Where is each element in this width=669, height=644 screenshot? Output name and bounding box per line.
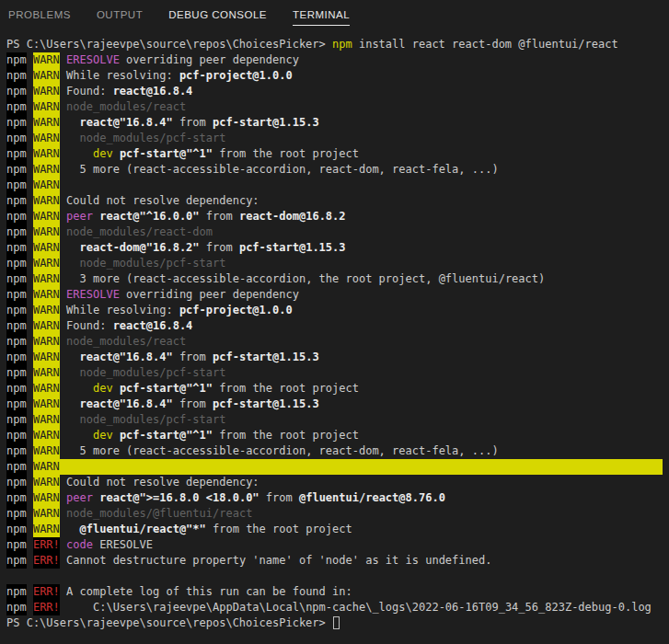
terminal-line: npm WARN dev pcf-start@"^1" from the roo…	[6, 381, 669, 397]
npm-badge: npm	[6, 178, 27, 193]
warn-badge: WARN	[33, 52, 60, 68]
terminal-line: npm ERR! code ERESOLVE	[6, 537, 669, 553]
warn-badge: WARN	[33, 256, 60, 271]
npm-badge: npm	[6, 350, 27, 365]
text-segment	[66, 428, 93, 443]
badge-gap	[27, 443, 33, 459]
warn-badge: WARN	[33, 365, 60, 381]
terminal-line: npm WARN ERESOLVE overriding peer depend…	[6, 287, 669, 303]
badge-gap	[60, 256, 66, 271]
badge-gap	[27, 146, 33, 162]
terminal-line: npm WARN node_modules/react-dom	[6, 224, 669, 240]
npm-badge: npm	[6, 443, 27, 459]
badge-gap	[27, 240, 33, 256]
badge-gap	[60, 522, 66, 537]
text-segment: 5 more (react-accessible-accordion, reac…	[66, 162, 499, 178]
text-segment: pcf-project@1.0.0	[179, 68, 293, 84]
badge-gap	[27, 506, 33, 522]
text-segment: pcf-start@"^1"	[120, 381, 213, 397]
text-segment: overriding peer dependency	[120, 52, 299, 68]
npm-badge: npm	[6, 475, 27, 490]
badge-gap	[60, 84, 66, 99]
terminal-line: npm WARN react@"16.8.4" from pcf-start@1…	[6, 115, 669, 131]
badge-gap	[60, 381, 66, 397]
text-segment	[113, 381, 120, 397]
badge-gap	[60, 350, 66, 365]
text-segment: Could not resolve dependency:	[66, 475, 260, 490]
npm-badge: npm	[6, 459, 27, 475]
badge-gap	[27, 553, 33, 569]
tab-debug-console[interactable]: DEBUG CONSOLE	[168, 9, 267, 26]
text-segment: ERESOLVE	[66, 287, 120, 303]
warn-badge: WARN	[33, 84, 60, 99]
badge-gap	[60, 584, 66, 600]
badge-gap	[60, 193, 66, 209]
npm-badge: npm	[6, 99, 27, 115]
warn-badge: WARN	[33, 209, 60, 224]
npm-badge: npm	[6, 193, 27, 209]
badge-gap	[27, 115, 33, 131]
terminal-line: npm WARN Found: react@16.8.4	[6, 84, 669, 99]
badge-gap	[60, 537, 66, 553]
npm-badge: npm	[6, 537, 27, 553]
terminal-line-prompt	[6, 569, 669, 584]
badge-gap	[27, 334, 33, 350]
tab-problems[interactable]: PROBLEMS	[8, 9, 71, 26]
terminal-output[interactable]: PS C:\Users\rajeevpe\source\repos\Choice…	[0, 33, 669, 631]
text-segment	[113, 146, 120, 162]
badge-gap	[60, 475, 66, 490]
badge-gap	[27, 193, 33, 209]
text-segment: react@16.8.4	[113, 318, 193, 334]
badge-gap	[27, 303, 33, 318]
terminal-line: npm WARN node_modules/pcf-start	[6, 365, 669, 381]
text-segment: from	[200, 240, 239, 256]
badge-gap	[27, 99, 33, 115]
text-segment: Found:	[66, 84, 113, 99]
tab-terminal[interactable]: TERMINAL	[293, 9, 350, 26]
badge-gap	[27, 584, 33, 600]
warn-badge: WARN	[33, 506, 60, 522]
text-segment: While resolving:	[66, 68, 179, 84]
npm-badge: npm	[6, 522, 27, 537]
text-segment: ERESOLVE	[66, 52, 120, 68]
text-segment: react-dom@16.8.2	[239, 209, 346, 224]
npm-badge: npm	[6, 490, 27, 506]
text-segment: ERESOLVE	[93, 537, 153, 553]
text-segment: pcf-project@1.0.0	[179, 303, 293, 318]
text-segment: from	[173, 115, 213, 131]
terminal-line: npm WARN node_modules/react	[6, 334, 669, 350]
text-segment: pcf-start@"^1"	[120, 146, 213, 162]
terminal-line: npm WARN peer react@">=16.8.0 <18.0.0" f…	[6, 490, 669, 506]
text-segment: Could not resolve dependency:	[66, 193, 260, 209]
text-segment: @fluentui/react@8.76.0	[299, 490, 445, 506]
warn-badge: WARN	[33, 350, 60, 365]
text-segment: node_modules/react	[66, 99, 186, 115]
badge-gap	[27, 178, 33, 193]
terminal-line: npm WARN react-dom@"16.8.2" from pcf-sta…	[6, 240, 669, 256]
terminal-panel: PROBLEMSOUTPUTDEBUG CONSOLETERMINAL PS C…	[0, 0, 669, 644]
tab-output[interactable]: OUTPUT	[97, 9, 143, 26]
text-segment: from the root project	[213, 428, 359, 443]
text-segment: While resolving:	[66, 303, 179, 318]
text-segment: react@"16.8.4"	[80, 115, 173, 131]
warn-badge: WARN	[33, 240, 60, 256]
terminal-line: npm ERR! Cannot destructure property 'na…	[6, 553, 669, 569]
text-segment: A complete log of this run can be found …	[66, 584, 352, 600]
badge-gap	[60, 52, 66, 68]
npm-badge: npm	[6, 334, 27, 350]
text-segment	[93, 209, 99, 224]
text-segment: PS C:\Users\rajeevpe\source\repos\Choice…	[6, 615, 332, 631]
text-segment: C:\Users\rajeevpe\AppData\Local\npm-cach…	[66, 600, 652, 615]
badge-gap	[27, 287, 33, 303]
text-segment: npm	[332, 37, 352, 52]
terminal-line: npm WARN peer react@"^16.0.0" from react…	[6, 209, 669, 224]
badge-gap	[663, 459, 669, 475]
badge-gap	[27, 131, 33, 146]
text-segment	[66, 146, 93, 162]
warn-badge: WARN	[33, 115, 60, 131]
text-segment: react@"16.8.4"	[80, 397, 173, 412]
npm-badge: npm	[6, 600, 27, 615]
npm-badge: npm	[6, 131, 27, 146]
panel-tab-bar: PROBLEMSOUTPUTDEBUG CONSOLETERMINAL	[0, 0, 669, 33]
badge-gap	[60, 600, 66, 615]
